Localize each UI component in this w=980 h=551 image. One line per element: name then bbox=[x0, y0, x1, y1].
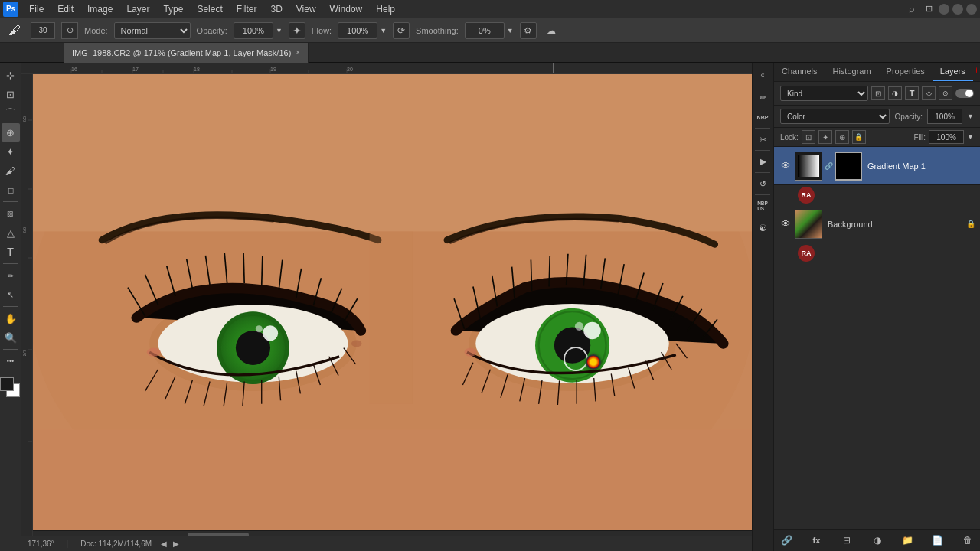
selection-tool[interactable]: ⊡ bbox=[2, 85, 20, 103]
svg-rect-16 bbox=[33, 74, 752, 231]
tab-channels[interactable]: Channels bbox=[774, 63, 825, 81]
layer-filter-adj[interactable]: ◑ bbox=[888, 86, 902, 100]
arrange-icon[interactable]: ⊡ bbox=[922, 2, 936, 16]
curves-icon[interactable]: ☯ bbox=[753, 219, 772, 237]
extra-tools[interactable]: ••• bbox=[2, 352, 20, 370]
adjustment-layer-btn[interactable]: ◑ bbox=[870, 533, 885, 548]
smoothing-settings-icon[interactable]: ⚙ bbox=[520, 22, 537, 39]
flow-arrow[interactable]: ▼ bbox=[380, 27, 387, 34]
play-icon[interactable]: ▶ bbox=[753, 152, 772, 171]
menu-3d[interactable]: 3D bbox=[264, 2, 288, 16]
opacity-input[interactable] bbox=[234, 22, 273, 39]
new-layer-btn[interactable]: 📄 bbox=[930, 533, 946, 548]
lock-position-btn[interactable]: ✦ bbox=[818, 130, 832, 144]
menu-help[interactable]: Help bbox=[370, 2, 401, 16]
new-group-btn[interactable]: 📁 bbox=[900, 533, 915, 548]
document-tab[interactable]: IMG_1988.CR2 @ 171% (Gradient Map 1, Lay… bbox=[64, 43, 309, 63]
layer-name-background: Background bbox=[825, 220, 964, 229]
move-tool[interactable]: ⊹ bbox=[2, 66, 20, 84]
scroll-next[interactable]: ▶ bbox=[173, 540, 179, 548]
lasso-tool[interactable]: ⌒ bbox=[2, 104, 20, 122]
tab-histogram[interactable]: Histogram bbox=[825, 63, 878, 81]
smoothing-arrow[interactable]: ▼ bbox=[507, 27, 514, 34]
nbp-us-icon[interactable]: NBPUS bbox=[753, 197, 772, 215]
edit-icon[interactable]: ✏ bbox=[753, 88, 772, 106]
search-icon[interactable]: ⌕ bbox=[905, 2, 919, 16]
menu-select[interactable]: Select bbox=[191, 2, 228, 16]
paint-bucket-tool[interactable]: ▨ bbox=[2, 204, 20, 223]
layer-filter-shape[interactable]: ◇ bbox=[922, 86, 936, 100]
tab-bar: IMG_1988.CR2 @ 171% (Gradient Map 1, Lay… bbox=[0, 43, 980, 63]
zoom-tool[interactable]: 🔍 bbox=[2, 328, 20, 347]
brush-preset-icon[interactable]: ⊙ bbox=[61, 22, 78, 39]
smoothing-input[interactable] bbox=[465, 22, 505, 39]
tab-close-btn[interactable]: × bbox=[296, 48, 300, 57]
layer-item-gradient-map[interactable]: 👁 🔗 Gradient Map 1 bbox=[774, 147, 980, 185]
menu-filter[interactable]: Filter bbox=[230, 2, 263, 16]
rotate-icon[interactable]: ↺ bbox=[753, 174, 772, 193]
layer-visibility-background[interactable]: 👁 bbox=[779, 218, 792, 230]
layer-filter-pixel[interactable]: ⊡ bbox=[871, 86, 885, 100]
blend-mode-dropdown[interactable]: Color bbox=[780, 109, 890, 124]
layer-mask-gradient[interactable] bbox=[835, 152, 862, 181]
tab-properties[interactable]: Properties bbox=[879, 63, 933, 81]
scroll-prev[interactable]: ◀ bbox=[161, 540, 167, 548]
mode-dropdown[interactable]: Normal bbox=[114, 22, 191, 39]
menu-file[interactable]: File bbox=[23, 2, 50, 16]
opacity-value-input[interactable] bbox=[927, 109, 962, 124]
lock-artboard-btn[interactable]: ⊕ bbox=[835, 130, 849, 144]
type-tool[interactable]: T bbox=[2, 243, 20, 261]
menu-layer[interactable]: Layer bbox=[120, 2, 155, 16]
eraser-tool[interactable]: ◻ bbox=[2, 181, 20, 199]
layer-ra-badge-row: RA bbox=[774, 185, 980, 205]
extra-options-icon[interactable]: ☁ bbox=[543, 22, 560, 39]
delete-layer-btn[interactable]: 🗑 bbox=[960, 533, 975, 548]
layer-filter-smart[interactable]: ⊙ bbox=[939, 86, 952, 100]
direct-select-tool[interactable]: ↖ bbox=[2, 285, 20, 304]
shape-tool[interactable]: △ bbox=[2, 223, 20, 242]
svg-point-37 bbox=[256, 325, 263, 332]
layer-thumb-background bbox=[795, 210, 822, 239]
canvas-container[interactable] bbox=[33, 74, 752, 540]
menu-window[interactable]: Window bbox=[324, 2, 369, 16]
opacity-arrow[interactable]: ▼ bbox=[276, 27, 283, 34]
canvas-area[interactable]: 16 17 18 19 20 bbox=[21, 63, 752, 551]
add-mask-btn[interactable]: ⊟ bbox=[839, 533, 854, 548]
airbrush-icon[interactable]: ✦ bbox=[289, 22, 305, 39]
svg-rect-88 bbox=[370, 231, 413, 403]
healing-tool[interactable]: ✦ bbox=[2, 142, 20, 161]
link-layers-btn[interactable]: 🔗 bbox=[779, 533, 794, 548]
foreground-color-box[interactable] bbox=[0, 377, 14, 391]
lock-all-btn[interactable]: 🔒 bbox=[852, 130, 866, 144]
eyedropper-tool[interactable]: ⊕ bbox=[2, 123, 20, 142]
menu-image[interactable]: Image bbox=[81, 2, 119, 16]
path-tool[interactable]: ✏ bbox=[2, 266, 20, 285]
lock-pixels-btn[interactable]: ⊡ bbox=[802, 130, 815, 144]
brush-tool-icon[interactable]: 🖌 bbox=[5, 21, 24, 41]
layer-item-background[interactable]: 👁 Background 🔒 bbox=[774, 205, 980, 243]
flow-input[interactable] bbox=[338, 22, 377, 39]
smoothing-label: Smoothing: bbox=[416, 26, 459, 35]
scissor-icon[interactable]: ✂ bbox=[753, 130, 772, 148]
menu-view[interactable]: View bbox=[290, 2, 322, 16]
restore-btn[interactable] bbox=[952, 4, 963, 15]
right-sep-6 bbox=[755, 217, 770, 217]
minimize-btn[interactable] bbox=[939, 4, 949, 15]
hand-tool[interactable]: ✋ bbox=[2, 309, 20, 328]
close-btn[interactable] bbox=[966, 4, 977, 15]
fill-value-input[interactable] bbox=[929, 130, 964, 144]
fill-arrow-btn[interactable]: ▼ bbox=[967, 133, 974, 141]
tab-layers[interactable]: Layers bbox=[933, 63, 973, 81]
flow-icon[interactable]: ⟳ bbox=[393, 22, 410, 39]
menu-edit[interactable]: Edit bbox=[51, 2, 80, 16]
menu-type[interactable]: Type bbox=[157, 2, 189, 16]
opacity-arrow-btn[interactable]: ▼ bbox=[967, 112, 974, 120]
collapse-panels-icon[interactable]: « bbox=[753, 66, 772, 84]
layer-kind-dropdown[interactable]: Kind bbox=[780, 86, 868, 101]
nbp-icon[interactable]: NBP bbox=[753, 108, 772, 126]
layer-visibility-gradient[interactable]: 👁 bbox=[779, 160, 792, 171]
brush-tool[interactable]: 🖌 bbox=[2, 161, 20, 180]
layer-filter-toggle[interactable] bbox=[956, 89, 974, 98]
layer-filter-type[interactable]: T bbox=[905, 86, 919, 100]
fx-btn[interactable]: fx bbox=[809, 533, 825, 548]
